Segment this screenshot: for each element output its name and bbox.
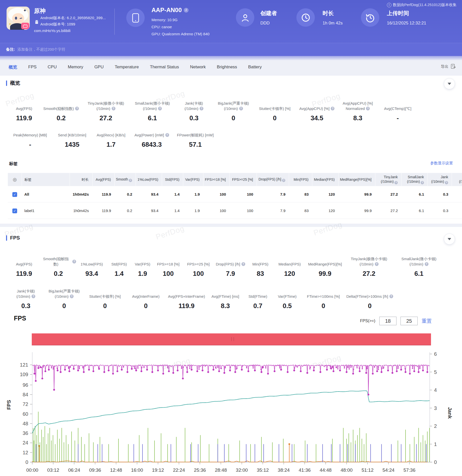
tab-item-8[interactable]: Brightness — [211, 65, 242, 70]
metric-value: 0 — [322, 302, 325, 310]
tab-item-9[interactable]: Battery — [243, 65, 267, 70]
overview-collapse-button[interactable] — [444, 78, 455, 89]
help-icon[interactable]: ? — [445, 181, 448, 184]
help-icon[interactable]: ? — [366, 107, 370, 110]
svg-text:84: 84 — [23, 392, 28, 397]
tab-item-1[interactable]: FPS — [23, 65, 42, 70]
metric-value: 8.3 — [221, 302, 230, 310]
tab-item-2[interactable]: CPU — [42, 65, 62, 70]
help-icon[interactable]: ? — [129, 179, 132, 182]
metric: Std(FTime)0.7 — [243, 287, 272, 310]
svg-text:60: 60 — [23, 411, 28, 417]
metric-value: 0 — [144, 302, 147, 310]
help-icon[interactable]: ? — [389, 294, 393, 298]
svg-text:38:24: 38:24 — [278, 467, 290, 473]
metric: FPS>=25 [%]100 — [182, 255, 214, 278]
table-row[interactable]: ✓All1h0m42s119.90.293.41.41.91001007.983… — [8, 186, 462, 202]
metric-value: 0 — [232, 114, 235, 122]
help-icon[interactable]: ? — [421, 181, 424, 184]
metric-value: 0 — [368, 302, 372, 310]
tab-item-7[interactable]: Network — [184, 65, 211, 70]
visibility-eye-icon[interactable]: ◎ — [8, 173, 22, 186]
svg-text:5: 5 — [434, 369, 437, 375]
metric-value: 100 — [163, 270, 174, 278]
table-row[interactable]: ✓label11h0m42s119.90.293.41.41.91001007.… — [8, 202, 462, 219]
svg-text:12:48: 12:48 — [110, 467, 122, 473]
help-icon[interactable]: ? — [331, 107, 334, 110]
metric-value: - — [397, 114, 399, 122]
help-icon[interactable]: ? — [239, 107, 243, 110]
creator-value: DDD — [260, 21, 270, 26]
table-cell: 93.4 — [136, 202, 162, 219]
metric: MedRange(FPS)[%]99.9 — [305, 255, 345, 278]
fps-collapse-button[interactable] — [444, 233, 455, 245]
svg-text:4: 4 — [434, 387, 437, 393]
device-cpu: CPU: canoe — [151, 25, 172, 29]
table-cell: 0.3 — [428, 186, 452, 202]
metric: Std(FPS)1.4 — [107, 255, 131, 278]
help-icon[interactable]: ? — [72, 260, 76, 263]
metric: Send [KB/10min]1435 — [53, 132, 91, 148]
help-icon[interactable]: ? — [165, 133, 169, 137]
metric-value: 1.7 — [106, 141, 115, 148]
metric: BigJank(严重卡顿)(/10min)?0 — [44, 287, 84, 310]
header: ✦✦ 原神 Android版本名: 6.2.0_39595820_399... … — [0, 0, 462, 43]
tab-item-6[interactable]: Thermal Status — [144, 65, 184, 70]
tab-item-0[interactable]: 概览 — [3, 64, 23, 70]
table-cell: 6.1 — [402, 186, 428, 202]
metric-value: 93.4 — [85, 270, 98, 278]
remark-input[interactable]: 备注: 添加备注，不超过200个字符 — [0, 43, 462, 56]
metric-value: 27.2 — [363, 270, 376, 278]
metric-value: 0 — [62, 302, 66, 310]
help-icon[interactable]: ? — [425, 262, 428, 266]
help-icon[interactable]: ? — [75, 107, 79, 110]
table-cell: 1h0m42s — [70, 186, 93, 202]
metric: Avg(CTemp)[℃]- — [378, 97, 418, 122]
info-icon: i — [387, 3, 391, 7]
parameter-display-settings-link[interactable]: 参数显示设置 — [430, 161, 453, 166]
creator-label: 创建者 — [260, 10, 277, 17]
fps-threshold-input-2[interactable]: 25 — [401, 317, 418, 325]
table-cell: 1.9 — [183, 202, 203, 219]
metric-value: 6.1 — [414, 270, 423, 278]
tab-item-5[interactable]: Temperature — [109, 65, 144, 70]
table-column-header: Std(FPS) — [162, 173, 183, 186]
chart-brush-selector[interactable] — [32, 333, 431, 345]
metric: Avg(AppCPU) [%]Normalized?8.3 — [338, 97, 378, 122]
metric: Jank(卡顿)(/10min)?0.3 — [175, 97, 213, 122]
export-button[interactable]: 导出 — [441, 64, 456, 70]
help-icon[interactable]: ? — [70, 294, 74, 298]
overview-metrics-row2: Peak(Memory) [MB]-Send [KB/10min]1435Avg… — [8, 132, 218, 148]
table-cell: 0 — [452, 202, 462, 219]
fps-chart[interactable]: 12110996847260483624120654321000:0003:12… — [0, 348, 462, 476]
device-info-icon[interactable]: i — [184, 8, 189, 13]
overview-card: 概览 Avg(FPS)119.9Smooth(稳帧指数)?0.2TinyJank… — [0, 76, 462, 224]
help-icon[interactable]: ? — [375, 262, 379, 266]
row-checkbox[interactable]: ✓ — [12, 192, 17, 197]
help-icon[interactable]: ? — [112, 107, 115, 110]
metric-value: 1.4 — [114, 270, 124, 278]
help-icon[interactable]: ? — [241, 262, 245, 266]
brush-handle-icon[interactable] — [231, 337, 234, 341]
row-checkbox[interactable]: ✓ — [12, 209, 17, 213]
fps-threshold-input-1[interactable]: 18 — [379, 317, 396, 325]
svg-text:00:00: 00:00 — [26, 467, 38, 473]
metric: FTime>=100ms [%]0 — [302, 287, 345, 310]
device-model: AAP-AN00 i — [151, 7, 189, 14]
tab-item-3[interactable]: Memory — [62, 65, 89, 70]
help-icon[interactable]: ? — [282, 179, 285, 182]
reset-button[interactable]: 重置 — [422, 318, 432, 324]
android-version-code: Android版本号: 1099 — [40, 22, 75, 27]
table-cell: 120 — [312, 186, 338, 202]
svg-text:16:00: 16:00 — [131, 467, 143, 473]
table-cell: 27.2 — [375, 186, 402, 202]
help-icon[interactable]: ? — [394, 181, 398, 184]
help-icon[interactable]: ? — [32, 294, 35, 298]
help-icon[interactable]: ? — [158, 107, 162, 110]
help-icon[interactable]: ? — [200, 107, 203, 110]
table-cell: 0.2 — [115, 202, 136, 219]
chevron-down-icon — [448, 238, 451, 240]
svg-text:0: 0 — [434, 459, 437, 465]
metric-value: 0.2 — [56, 114, 66, 122]
tab-item-4[interactable]: GPU — [89, 65, 109, 70]
